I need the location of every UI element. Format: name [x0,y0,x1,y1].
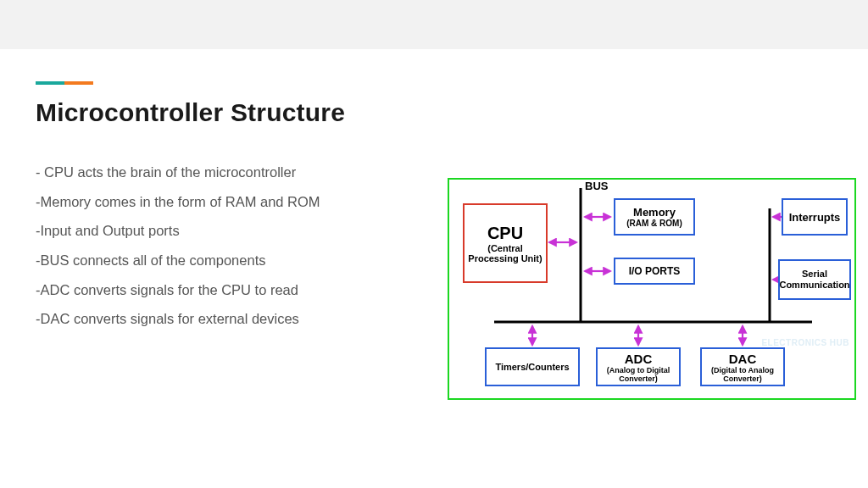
accent-rule [36,81,93,85]
block-cpu: CPU (Central Processing Unit) [463,203,548,283]
block-title: Serial Communication [779,269,849,291]
block-dac: DAC (Digital to Analog Converter) [700,347,785,386]
top-grey-bar [0,0,868,49]
block-subtitle: (Digital to Analog Converter) [702,366,783,383]
accent-teal [36,81,64,85]
accent-orange [64,81,93,85]
block-title: ADC [625,352,653,366]
bus-label: BUS [585,180,608,192]
block-timers: Timers/Counters [485,347,580,386]
block-serial: Serial Communication [778,259,851,300]
watermark: ELECTRONICS HUB [761,338,849,347]
block-title: Memory [633,206,676,219]
block-title: DAC [729,352,757,366]
slide-title: Microcontroller Structure [36,98,868,127]
block-title: Timers/Counters [495,362,569,372]
block-title: CPU [487,224,523,243]
block-memory: Memory (RAM & ROM) [614,198,695,236]
block-adc: ADC (Analog to Digital Converter) [596,347,681,386]
block-subtitle: (Analog to Digital Converter) [598,366,679,383]
block-interrupts: Interrupts [782,198,848,236]
block-title: Interrupts [789,211,841,224]
block-title: I/O PORTS [629,265,681,277]
block-ioports: I/O PORTS [614,258,695,285]
block-diagram: BUS CPU (Central Processing Unit) Memory… [448,178,856,400]
block-subtitle: (RAM & ROM) [626,219,682,228]
block-subtitle: (Central Processing Unit) [465,243,546,263]
